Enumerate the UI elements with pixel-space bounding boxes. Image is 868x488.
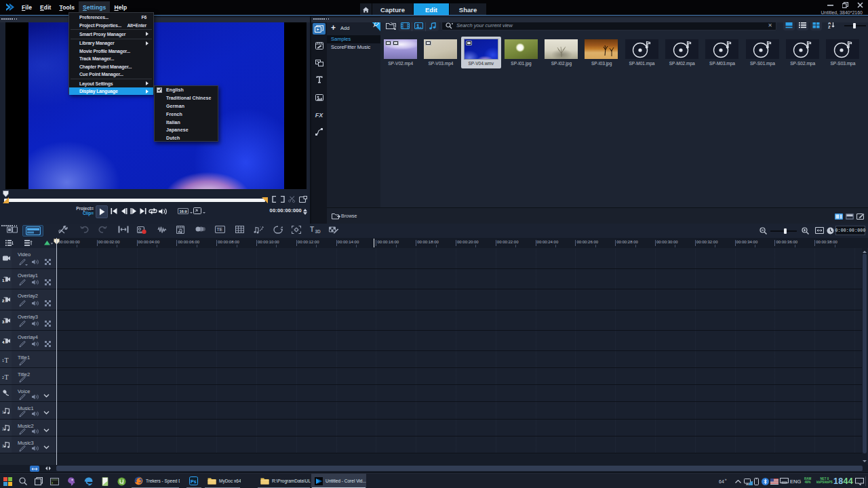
track-lane[interactable] [56, 420, 863, 436]
net-monitor[interactable]: NET 0kbPS/kbPS [816, 474, 833, 488]
track-transparency-icon[interactable] [45, 279, 51, 285]
video-track-icon[interactable] [0, 248, 12, 269]
ripple-edit-icon[interactable] [19, 359, 26, 366]
language-menu-item[interactable]: German [155, 102, 218, 110]
voice-track-icon[interactable] [0, 385, 12, 402]
mute-track-icon[interactable] [32, 411, 39, 417]
mode-clip-label[interactable]: Clip= [76, 211, 94, 216]
settings-menu-item[interactable]: Project Properties...Alt+Enter [69, 22, 153, 30]
mode-project-label[interactable]: Project= [76, 206, 94, 211]
library-nav-transition[interactable] [313, 57, 326, 68]
music-remix-button[interactable] [253, 226, 264, 234]
settings-menu-item[interactable]: Smart Proxy Manager [69, 30, 153, 39]
hscrollbar-thumb[interactable] [56, 466, 863, 471]
mute-track-icon[interactable] [32, 321, 39, 327]
language-menu-item[interactable]: Dutch [155, 134, 218, 142]
storyboard-view-button[interactable] [7, 226, 18, 234]
mark-out-button[interactable] [280, 196, 285, 203]
media-thumbnail[interactable]: SP-V04.wmv [461, 37, 501, 68]
settings-menu-item[interactable]: Chapter Point Manager... [69, 63, 153, 71]
edit-panel-button[interactable] [856, 213, 865, 220]
media-thumbnail[interactable]: SP-M03.mpa [702, 37, 742, 68]
track-lane[interactable] [56, 331, 863, 351]
trim-bar[interactable] [4, 199, 265, 202]
add-folder-button[interactable]: + Add [331, 23, 349, 33]
toolbox-button[interactable] [58, 226, 68, 234]
music-track-icon[interactable]: 3 [0, 436, 12, 453]
aspect-ratio-badge[interactable]: 16:9 [178, 208, 189, 214]
tray-expand-icon[interactable] [735, 474, 741, 488]
timeline-view-button[interactable] [22, 225, 43, 237]
track-list-icon[interactable] [24, 240, 33, 246]
zoom-in-button[interactable] [802, 227, 809, 235]
media-thumbnail[interactable]: SP-S03.mpa [823, 37, 863, 68]
zoom-out-button[interactable] [760, 227, 767, 235]
display-icon[interactable] [780, 474, 789, 488]
ripple-edit-icon[interactable] [19, 445, 26, 452]
browse-label[interactable]: Browse [341, 214, 357, 218]
sound-mixer-button[interactable] [157, 226, 167, 234]
track-header[interactable]: Video [12, 248, 56, 269]
scroll-left-arrow[interactable] [43, 466, 47, 470]
language-menu-item[interactable]: Japanese [155, 126, 218, 134]
fit-project-button[interactable] [815, 227, 824, 234]
title-track-icon[interactable]: 1T [0, 351, 12, 368]
track-header[interactable]: Overlay1 [12, 269, 56, 289]
settings-menu-item[interactable]: Library Manager [69, 39, 153, 47]
library-nav-motion-path[interactable] [313, 126, 326, 138]
settings-menu-item[interactable]: Movie Profile Manager... [69, 47, 153, 55]
mute-track-icon[interactable] [32, 341, 39, 347]
track-header[interactable]: Music3 [12, 436, 56, 453]
scrubber-handle[interactable] [3, 190, 9, 197]
motion-tracking-button[interactable] [292, 226, 301, 234]
auto-music-button[interactable] [176, 226, 186, 234]
timecode-spinner[interactable] [303, 207, 307, 217]
language-menu-item[interactable]: Italian [155, 118, 218, 126]
language-menu-item[interactable]: French [155, 110, 218, 118]
restore-button[interactable] [842, 2, 849, 8]
capture-frame-button[interactable] [299, 196, 307, 203]
menubar-item[interactable]: Settings [79, 1, 110, 14]
phone-icon[interactable] [754, 474, 759, 488]
track-lane[interactable] [56, 436, 863, 453]
3d-title-editor-button[interactable]: T3D [310, 226, 321, 233]
timeline-timecode[interactable]: 0:00:00:000 [835, 226, 865, 235]
browse-folder-icon[interactable] [332, 213, 340, 220]
expand-track-icon[interactable] [43, 411, 50, 415]
mute-track-icon[interactable] [32, 428, 39, 434]
settings-menu-item[interactable]: Track Manager... [69, 55, 153, 63]
track-header[interactable]: Voice [12, 385, 56, 402]
close-button[interactable] [857, 2, 864, 8]
track-header[interactable]: Overlay4 [12, 331, 56, 351]
menubar-item[interactable]: Help [110, 1, 131, 14]
expand-track-icon[interactable] [43, 428, 50, 432]
track-transparency-icon[interactable] [45, 341, 51, 347]
track-lane[interactable] [56, 385, 863, 402]
track-lane[interactable] [56, 351, 863, 368]
tab-capture[interactable]: Capture [372, 3, 413, 16]
track-header[interactable]: Overlay2 [12, 289, 56, 310]
thumbnail-size-slider[interactable] [844, 25, 866, 26]
taskbar-clock[interactable]: 1844 [833, 474, 853, 488]
subtitle-editor-button[interactable]: TE [215, 226, 225, 233]
zoom-slider-knob[interactable] [784, 228, 787, 234]
tray-overflow-count[interactable]: 64 » [719, 474, 727, 488]
mute-track-icon[interactable] [32, 279, 39, 285]
trim-end-handle[interactable] [262, 197, 268, 203]
panel-grip[interactable] [1, 18, 17, 20]
menubar-item[interactable]: File [18, 1, 36, 14]
expand-track-icon[interactable] [43, 394, 50, 398]
overlay-track-icon[interactable]: 2 [0, 289, 12, 310]
mute-track-icon[interactable] [32, 394, 39, 400]
track-lane[interactable] [56, 368, 863, 385]
multicam-editor-button[interactable] [235, 226, 244, 233]
overlay-track-icon[interactable]: 3 [0, 310, 12, 331]
settings-menu-item[interactable]: Layout Settings [69, 79, 153, 87]
media-thumbnail[interactable]: SP-S01.mpa [743, 37, 783, 68]
add-track-icon[interactable] [43, 240, 53, 246]
play-button[interactable] [96, 205, 108, 218]
trim-start-handle[interactable] [3, 197, 9, 203]
ripple-edit-icon[interactable] [19, 300, 26, 307]
media-thumbnail[interactable]: SP-I01.jpg [501, 37, 541, 68]
track-transparency-icon[interactable] [45, 300, 51, 306]
